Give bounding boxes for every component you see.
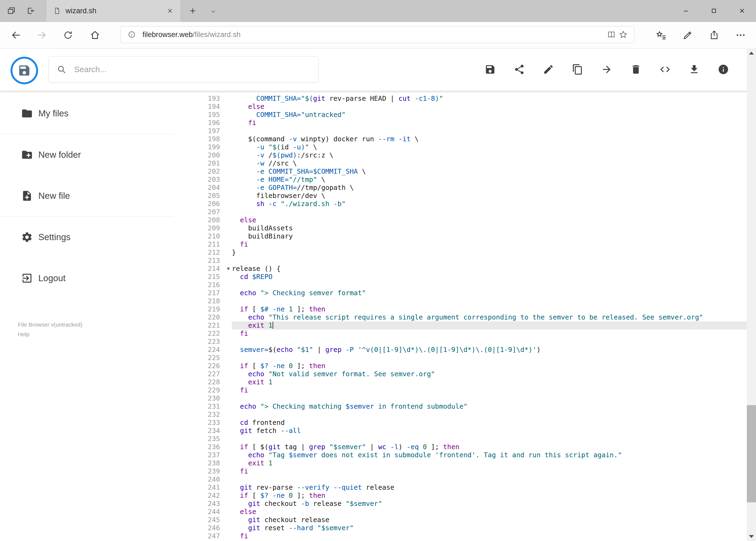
code-line[interactable]: 230 <box>173 394 747 402</box>
more-icon[interactable] <box>735 29 747 41</box>
code-line[interactable]: 234 git fetch --all <box>173 427 747 435</box>
set-tabs-aside-icon[interactable] <box>26 5 37 16</box>
help-link[interactable]: Help <box>18 329 173 339</box>
code-line[interactable]: 197 <box>173 127 747 135</box>
code-line[interactable]: 207 <box>173 208 747 216</box>
code-editor[interactable]: 193 COMMIT_SHA="$(git rev-parse HEAD | c… <box>173 91 747 541</box>
move-button[interactable] <box>601 64 613 75</box>
close-button[interactable] <box>728 0 756 22</box>
new-tab-button[interactable] <box>187 5 199 16</box>
home-icon[interactable] <box>89 29 101 41</box>
code-line[interactable]: 245 git checkout release <box>173 516 747 524</box>
info-button[interactable] <box>717 64 729 75</box>
scroll-up-arrow[interactable] <box>747 48 756 58</box>
code-line[interactable]: 235 <box>173 435 747 443</box>
browser-tab[interactable]: wizard.sh <box>46 0 181 22</box>
site-info-icon[interactable] <box>126 29 137 41</box>
code-line[interactable]: 195 COMMIT_SHA="untracked" <box>173 111 747 119</box>
code-line[interactable]: 203 -e HOME="//tmp" \ <box>173 176 747 184</box>
reading-view-icon[interactable] <box>606 29 617 41</box>
edit-source-button[interactable] <box>659 64 671 75</box>
code-line[interactable]: 238 exit 1 <box>173 459 747 467</box>
code-line[interactable]: 227 echo "Not valid semver format. See s… <box>173 370 747 378</box>
code-line[interactable]: 201 -w //src \ <box>173 159 747 168</box>
search-input[interactable] <box>74 65 311 74</box>
code-line[interactable]: 229 fi <box>173 386 747 394</box>
code-line[interactable]: 204 -e GOPATH=//tmp/gopath \ <box>173 184 747 192</box>
tab-preview-icon[interactable] <box>6 5 17 16</box>
forward-icon[interactable] <box>36 29 48 41</box>
code-line[interactable]: 219 if [ $# -ne 1 ]; then <box>173 305 747 313</box>
code-line[interactable]: 194 else <box>173 103 747 111</box>
code-line[interactable]: 228 exit 1 <box>173 378 747 386</box>
back-icon[interactable] <box>10 29 22 41</box>
code-line[interactable]: 247 fi <box>173 532 747 540</box>
code-line[interactable]: 237 echo "Tag $semver does not exist in … <box>173 451 747 459</box>
tab-preview-chevron-icon[interactable] <box>207 6 219 16</box>
sidebar-item-my-files[interactable]: My files <box>0 93 173 134</box>
code-line[interactable]: 208 else <box>173 216 747 224</box>
sidebar-item-logout[interactable]: Logout <box>0 258 173 299</box>
scroll-down-arrow[interactable] <box>747 532 756 541</box>
web-note-icon[interactable] <box>682 29 694 41</box>
url-field[interactable]: filebrowser.web/files/wizard.sh <box>121 26 634 43</box>
code-line[interactable]: 242 if [ $? -ne 0 ]; then <box>173 492 747 500</box>
refresh-icon[interactable] <box>62 29 74 41</box>
code-line[interactable]: 221 exit 1 <box>173 321 747 329</box>
code-line[interactable]: 199 -u "$(id -u)" \ <box>173 143 747 151</box>
code-line[interactable]: 220 echo "This release script requires a… <box>173 313 747 321</box>
code-line[interactable]: 222 fi <box>173 329 747 337</box>
sidebar-item-settings[interactable]: Settings <box>0 217 173 258</box>
code-line[interactable]: 193 COMMIT_SHA="$(git rev-parse HEAD | c… <box>173 95 747 103</box>
share-button[interactable] <box>513 64 525 75</box>
code-line[interactable]: 236 if [ $(git tag | grep "$semver" | wc… <box>173 443 747 451</box>
share-icon[interactable] <box>708 29 720 41</box>
app-logo[interactable] <box>11 57 38 84</box>
fold-marker-icon[interactable]: ▾ <box>227 265 230 272</box>
code-line[interactable]: 202 -e COMMIT_SHA=$COMMIT_SHA \ <box>173 168 747 176</box>
hub-icon[interactable] <box>655 29 667 41</box>
tab-close-icon[interactable] <box>166 7 173 14</box>
code-line[interactable]: 214▾release () { <box>173 265 747 273</box>
save-button[interactable] <box>484 64 496 75</box>
code-line[interactable]: 198 $(command -v winpty) docker run --rm… <box>173 135 747 143</box>
code-line[interactable]: 209 buildAssets <box>173 224 747 232</box>
page-scrollbar[interactable] <box>747 48 756 541</box>
favorite-star-icon[interactable] <box>617 29 629 41</box>
code-line[interactable]: 231 echo "> Checking matching $semver in… <box>173 402 747 410</box>
code-line[interactable]: 212} <box>173 249 747 257</box>
code-line[interactable]: 224 semver=$(echo "$1" | grep -P '^v(0|[… <box>173 346 747 354</box>
code-line[interactable]: 200 -v /$(pwd):/src:z \ <box>173 151 747 159</box>
sidebar-item-new-folder[interactable]: New folder <box>0 134 173 175</box>
minimize-button[interactable] <box>672 0 700 22</box>
code-line[interactable]: 232 <box>173 410 747 419</box>
code-line[interactable]: 196 fi <box>173 119 747 127</box>
code-line[interactable]: 215 cd $REPO <box>173 273 747 281</box>
delete-button[interactable] <box>630 64 642 75</box>
code-line[interactable]: 243 git checkout -b release "$semver" <box>173 500 747 508</box>
code-line[interactable]: 206 sh -c "./wizard.sh -b" <box>173 200 747 208</box>
code-line[interactable]: 211 fi <box>173 241 747 249</box>
code-line[interactable]: 223 <box>173 337 747 346</box>
copy-button[interactable] <box>572 64 584 75</box>
scrollbar-thumb[interactable] <box>747 405 756 502</box>
code-line[interactable]: 240 <box>173 475 747 483</box>
code-line[interactable]: 205 filebrowser/dev \ <box>173 192 747 200</box>
rename-button[interactable] <box>543 64 554 75</box>
code-line[interactable]: 210 buildBinary <box>173 232 747 241</box>
code-line[interactable]: 246 git reset --hard "$semver" <box>173 524 747 532</box>
search-box[interactable] <box>49 56 319 82</box>
code-line[interactable]: 218 <box>173 297 747 305</box>
maximize-button[interactable] <box>700 0 728 22</box>
code-line[interactable]: 241 git rev-parse --verify --quiet relea… <box>173 483 747 492</box>
code-line[interactable]: 244 else <box>173 508 747 516</box>
code-line[interactable]: 225 <box>173 354 747 362</box>
download-button[interactable] <box>688 64 700 75</box>
code-line[interactable]: 239 fi <box>173 467 747 475</box>
code-line[interactable]: 216 <box>173 281 747 289</box>
code-line[interactable]: 233 cd frontend <box>173 419 747 427</box>
code-line[interactable]: 213 <box>173 257 747 265</box>
sidebar-item-new-file[interactable]: New file <box>0 175 173 216</box>
code-line[interactable]: 226 if [ $? -ne 0 ]; then <box>173 362 747 370</box>
code-line[interactable]: 217 echo "> Checking semver format" <box>173 289 747 297</box>
